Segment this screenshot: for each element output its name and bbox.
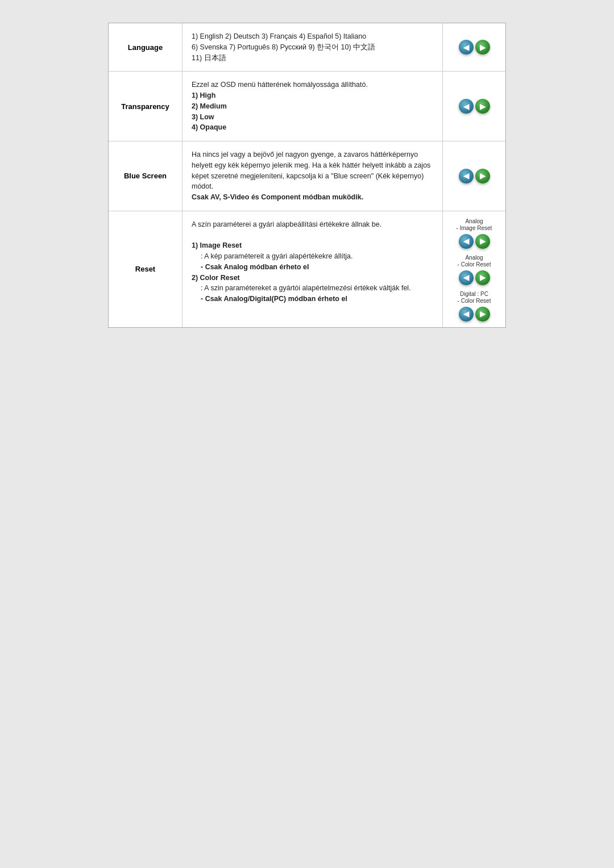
reset-content: A szín paraméterei a gyári alapbeállítás… [182,211,443,327]
language-label: Language [109,23,182,71]
reset-image-reset-note: - Csak Analog módban érheto el [201,262,433,273]
reset-label: Reset [109,211,182,327]
language-row: Language 1) English 2) Deutsch 3) França… [109,23,505,72]
language-btn-pair: ◀ ▶ [459,40,490,55]
digital-pc-color-reset-next-button[interactable]: ▶ [475,307,490,322]
language-label-text: Language [128,43,163,52]
language-line-1: 1) English 2) Deutsch 3) Français 4) Esp… [192,31,433,42]
transparency-row: Transparency Ezzel az OSD menü hátteréne… [109,72,505,141]
transparency-opt4: 4) Opaque [192,122,433,133]
reset-color-reset-desc: : A szin paramétereket a gyártói alapért… [201,283,433,294]
transparency-opt2: 2) Medium [192,101,433,112]
language-next-button[interactable]: ▶ [475,40,490,55]
reset-desc: A szín paraméterei a gyári alapbeállítás… [192,219,433,230]
analog-image-reset-control: Analog- Image Reset ◀ ▶ [457,217,492,249]
transparency-btn-pair: ◀ ▶ [459,99,490,114]
blue-screen-row: Blue Screen Ha nincs jel vagy a bejövő j… [109,141,505,211]
language-controls: ◀ ▶ [443,23,505,71]
transparency-opt1: 1) High [192,90,433,101]
analog-image-reset-label: Analog- Image Reset [457,218,492,232]
transparency-label-text: Transparency [121,102,169,111]
transparency-next-button[interactable]: ▶ [475,99,490,114]
language-line-3: 11) 日本語 [192,53,433,64]
analog-color-reset-btn-pair: ◀ ▶ [459,270,490,285]
reset-controls: Analog- Image Reset ◀ ▶ Analog- Color Re… [443,211,505,327]
reset-image-reset-title: 1) Image Reset [192,240,433,251]
blue-screen-prev-button[interactable]: ◀ [459,169,474,183]
blue-screen-next-button[interactable]: ▶ [475,169,490,183]
blue-screen-btn-pair: ◀ ▶ [459,169,490,183]
digital-pc-color-reset-prev-button[interactable]: ◀ [459,307,474,322]
language-prev-button[interactable]: ◀ [459,40,474,55]
digital-pc-color-reset-btn-pair: ◀ ▶ [459,307,490,322]
transparency-prev-button[interactable]: ◀ [459,99,474,114]
analog-color-reset-prev-button[interactable]: ◀ [459,270,474,285]
reset-color-reset-title: 2) Color Reset [192,273,433,283]
digital-pc-color-reset-control: Digital : PC- Color Reset ◀ ▶ [458,290,491,322]
blue-screen-controls: ◀ ▶ [443,141,505,211]
analog-image-reset-btn-pair: ◀ ▶ [459,234,490,249]
blue-screen-content: Ha nincs jel vagy a bejövő jel nagyon gy… [182,141,443,211]
reset-label-text: Reset [135,265,155,273]
language-content: 1) English 2) Deutsch 3) Français 4) Esp… [182,23,443,71]
reset-row: Reset A szín paraméterei a gyári alapbeá… [109,211,505,327]
transparency-label: Transparency [109,72,182,141]
reset-color-reset-note: - Csak Analog/Digital(PC) módban érheto … [201,294,433,304]
transparency-content: Ezzel az OSD menü hátterének homályosság… [182,72,443,141]
blue-screen-label-text: Blue Screen [124,172,167,180]
transparency-controls: ◀ ▶ [443,72,505,141]
settings-table: Language 1) English 2) Deutsch 3) França… [108,23,506,328]
transparency-opt3: 3) Low [192,112,433,123]
analog-color-reset-control: Analog- Color Reset ◀ ▶ [458,253,491,285]
reset-image-reset-desc: : A kép paramétereit a gyári alapértékek… [201,251,433,262]
analog-image-reset-next-button[interactable]: ▶ [475,234,490,249]
transparency-desc: Ezzel az OSD menü hátterének homályosság… [192,80,433,90]
blue-screen-label: Blue Screen [109,141,182,211]
analog-color-reset-label: Analog- Color Reset [458,254,491,268]
blue-screen-desc: Ha nincs jel vagy a bejövő jel nagyon gy… [192,149,433,192]
analog-image-reset-prev-button[interactable]: ◀ [459,234,474,249]
digital-pc-color-reset-label: Digital : PC- Color Reset [458,291,491,304]
language-line-2: 6) Svenska 7) Português 8) Русский 9) 한국… [192,42,433,53]
blue-screen-note: Csak AV, S-Video és Component módban muk… [192,192,433,203]
analog-color-reset-next-button[interactable]: ▶ [475,270,490,285]
